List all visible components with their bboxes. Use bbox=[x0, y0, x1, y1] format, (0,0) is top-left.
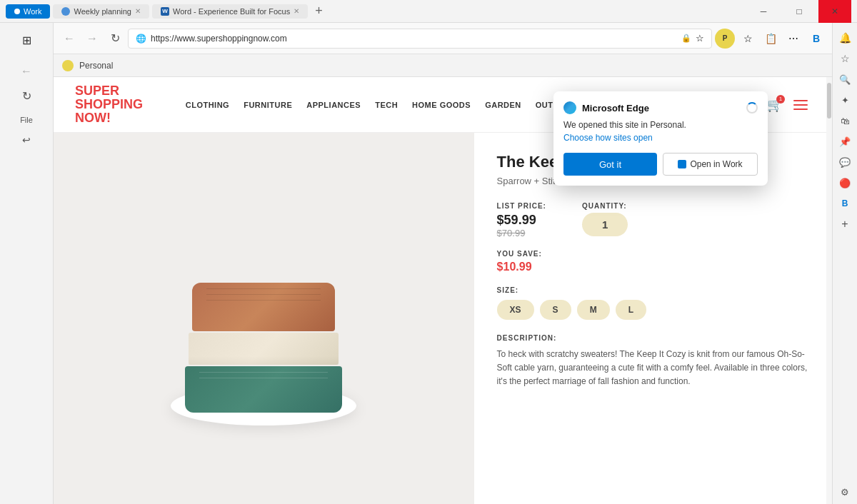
current-price: $59.99 bbox=[497, 213, 546, 228]
favorites-button[interactable]: ☆ bbox=[738, 29, 758, 49]
profile-button[interactable]: P bbox=[715, 29, 735, 49]
quantity-label: QUANTITY: bbox=[582, 202, 628, 210]
close-button[interactable]: ✕ bbox=[818, 0, 851, 23]
size-options: XS S M L bbox=[497, 300, 809, 320]
browser-forward-button[interactable]: → bbox=[82, 29, 102, 49]
cart-icon[interactable]: 🛒 1 bbox=[765, 95, 785, 115]
quantity-control[interactable]: 1 bbox=[582, 213, 628, 236]
undo-icon[interactable]: ↩ bbox=[15, 128, 38, 151]
address-text: https://www.supershoppingnow.com bbox=[151, 34, 677, 44]
weekly-planning-tab[interactable]: Weekly planning ✕ bbox=[53, 4, 149, 19]
you-save-label: YOU SAVE: bbox=[497, 250, 809, 258]
popup-spinner bbox=[746, 102, 758, 114]
bing-icon[interactable]: B bbox=[836, 194, 854, 213]
size-label: SIZE: bbox=[497, 286, 809, 294]
nav-home-goods[interactable]: HOME GOODS bbox=[412, 101, 471, 109]
description-text: To heck with scratchy sweaters! The Keep… bbox=[497, 348, 809, 389]
minimize-button[interactable]: ─ bbox=[747, 0, 780, 23]
edge-right-panel: 🔔 ☆ 🔍 ✦ 🛍 📌 💬 🔴 B + ⚙ bbox=[832, 23, 857, 504]
browser-settings-button[interactable]: ⋯ bbox=[783, 29, 803, 49]
browser-back-button[interactable]: ← bbox=[59, 29, 79, 49]
maximize-button[interactable]: □ bbox=[783, 0, 816, 23]
refresh-icon[interactable]: ↻ bbox=[15, 84, 38, 107]
sweater-cream bbox=[189, 333, 339, 365]
profile-label: Personal bbox=[79, 61, 113, 71]
red-extension-icon[interactable]: 🔴 bbox=[836, 173, 854, 192]
popup-message: We opened this site in Personal. bbox=[563, 120, 758, 130]
list-price-label: LIST PRICE: bbox=[497, 202, 546, 210]
size-xs-button[interactable]: XS bbox=[497, 300, 534, 320]
site-logo[interactable]: SUPER SHOPPING NOW! bbox=[75, 84, 161, 125]
profile-icon bbox=[62, 60, 74, 71]
work-tab[interactable]: Work bbox=[6, 4, 50, 19]
file-menu-icon[interactable]: File bbox=[17, 113, 36, 127]
word-tab[interactable]: W Word - Experience Built for Focus ✕ bbox=[152, 4, 308, 19]
savings-amount: $10.99 bbox=[497, 261, 809, 273]
add-panel-button[interactable]: + bbox=[836, 215, 854, 233]
copilot-button[interactable]: B bbox=[806, 29, 826, 49]
size-s-button[interactable]: S bbox=[540, 300, 571, 320]
popup-link[interactable]: Choose how sites open bbox=[563, 133, 758, 143]
nav-furniture[interactable]: FURNITURE bbox=[244, 101, 292, 109]
collections-button[interactable]: 📋 bbox=[761, 29, 781, 49]
popup-title: Microsoft Edge bbox=[582, 103, 741, 114]
shopping-panel-icon[interactable]: 🛍 bbox=[836, 111, 854, 130]
edge-left-sidebar: ⊞ ← ↻ File ↩ bbox=[0, 23, 54, 504]
notification-icon[interactable]: 🔔 bbox=[836, 29, 854, 47]
got-it-button[interactable]: Got it bbox=[563, 153, 657, 176]
scrollbar-track bbox=[826, 77, 832, 504]
size-l-button[interactable]: L bbox=[616, 300, 646, 320]
site-icon: 🌐 bbox=[136, 34, 146, 44]
edge-logo-icon bbox=[563, 101, 576, 114]
product-image-area bbox=[54, 133, 474, 504]
favorites-panel-icon[interactable]: ☆ bbox=[836, 49, 854, 68]
address-bar[interactable]: 🌐 https://www.supershoppingnow.com 🔒 ☆ bbox=[128, 29, 712, 49]
new-tab-button[interactable]: + bbox=[311, 4, 327, 19]
product-details: The Keep It Cozy Sweater Sparrow + Stitc… bbox=[474, 133, 832, 504]
social-panel-icon[interactable]: 💬 bbox=[836, 153, 854, 171]
sweater-teal bbox=[185, 366, 342, 413]
browser-nav-bar: ← → ↻ 🌐 https://www.supershoppingnow.com… bbox=[54, 23, 832, 54]
menu-icon[interactable] bbox=[791, 95, 811, 115]
panel-settings-icon[interactable]: ⚙ bbox=[836, 483, 854, 501]
product-area: The Keep It Cozy Sweater Sparrow + Stitc… bbox=[54, 133, 832, 504]
nav-appliances[interactable]: APPLIANCES bbox=[306, 101, 361, 109]
nav-garden[interactable]: GARDEN bbox=[485, 101, 521, 109]
sweater-brown bbox=[192, 283, 335, 331]
copilot-panel-icon[interactable]: ✦ bbox=[836, 91, 854, 109]
original-price: $70.99 bbox=[497, 228, 546, 238]
profile-bar: Personal bbox=[54, 54, 832, 77]
star-icon[interactable]: ☆ bbox=[696, 33, 704, 44]
product-image bbox=[149, 204, 378, 433]
description-label: DESCRIPTION: bbox=[497, 334, 809, 342]
nav-clothing[interactable]: CLOTHING bbox=[186, 101, 229, 109]
search-panel-icon[interactable]: 🔍 bbox=[836, 70, 854, 89]
scrollbar-thumb[interactable] bbox=[827, 83, 831, 119]
collections-panel-icon[interactable]: 📌 bbox=[836, 132, 854, 151]
size-m-button[interactable]: M bbox=[577, 300, 610, 320]
nav-tech[interactable]: TECH bbox=[375, 101, 398, 109]
website-content: SUPER SHOPPING NOW! CLOTHING FURNITURE A… bbox=[54, 77, 832, 504]
back-nav-icon[interactable]: ← bbox=[15, 60, 38, 83]
open-in-work-button[interactable]: Open in Work bbox=[663, 153, 758, 176]
edge-popup: Microsoft Edge We opened this site in Pe… bbox=[553, 91, 768, 186]
apps-icon[interactable]: ⊞ bbox=[15, 29, 38, 51]
browser-refresh-button[interactable]: ↻ bbox=[105, 29, 125, 49]
open-in-work-label: Open in Work bbox=[690, 159, 742, 169]
lock-icon: 🔒 bbox=[681, 34, 691, 43]
